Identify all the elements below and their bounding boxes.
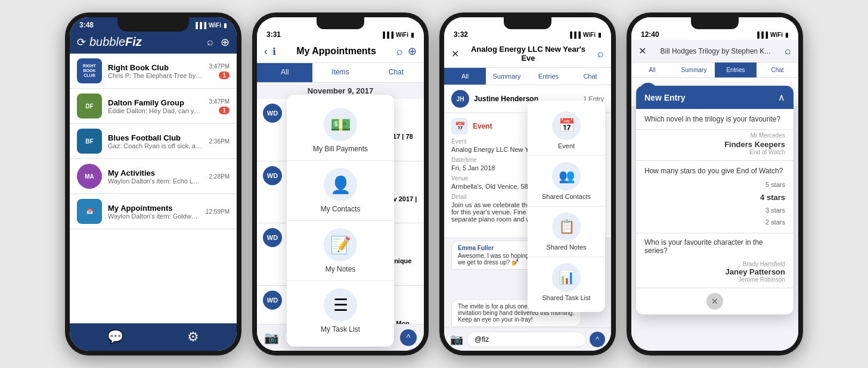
tab-all[interactable]: All — [257, 63, 312, 82]
chat-list: RIGHTBOOKCLUB Right Book Club Chris P: T… — [70, 54, 237, 323]
appointments-tabs: All Items Chat — [257, 63, 424, 83]
phone-3-footer: 📷 @fiz ^ — [444, 328, 611, 351]
user-avatar: JH — [451, 90, 469, 108]
chat-item-dalton-family[interactable]: DF Dalton Family Group Eddie Dalton: Hey… — [70, 89, 237, 124]
chat-name: My Appointments — [108, 204, 200, 213]
header-actions: ⌕ ⊕ — [207, 36, 230, 49]
battery-icon: ▮ — [785, 32, 789, 38]
chat-name: Dalton Family Group — [108, 98, 203, 107]
phone-2: 3:31 ▐▐▐ WiFi ▮ ‹ ℹ My Appointments ⌕ ⊕ — [252, 13, 429, 355]
chat-time: 3:47PM — [209, 98, 230, 105]
popup-contacts-label: My Contacts — [321, 205, 361, 213]
bill-payments-popup: 💵 My Bill Payments 👤 My Contacts 📝 My No… — [287, 95, 394, 347]
camera-icon[interactable]: 📷 — [450, 333, 463, 346]
send-button[interactable]: ^ — [400, 329, 417, 346]
my-appointments-avatar: 📅 — [77, 199, 102, 224]
chat-badge: 1 — [219, 71, 230, 79]
phone-4: 12:40 ▐▐▐ WiFi ▮ ✕ Bill Hodges Trilogy b… — [627, 13, 803, 355]
chat-preview: Gaz: Coach Ryan is off sick, and Coach J… — [108, 142, 203, 149]
chat-preview: Eddie Dalton: Hey Dad, can you drive Lex… — [108, 107, 203, 114]
camera-icon[interactable]: 📷 — [264, 330, 279, 345]
modal-header: New Entry ∧ — [636, 86, 793, 109]
popup-bill-payments-label: My Bill Payments — [313, 145, 368, 153]
phone-1-time: 3:48 — [79, 21, 94, 29]
p4-tab-all[interactable]: All — [631, 63, 673, 77]
chat-meta: 2:36PM — [209, 138, 230, 145]
chat-time: 12:59PM — [206, 208, 230, 215]
p4-tab-summary[interactable]: Summary — [673, 63, 715, 77]
popup-shared-contacts[interactable]: 👥 Shared Contacts — [528, 156, 605, 207]
bubblefiz-logo: ⟳ bubbleFiz — [77, 35, 142, 49]
p4-tabs: All Summary Entries Chat — [631, 63, 798, 78]
star-option-2[interactable]: 2 stars — [644, 216, 785, 228]
popup-shared-notes[interactable]: 📋 Shared Notes — [528, 207, 605, 257]
star-options: 5 stars 4 stars 3 stars 2 stars — [636, 179, 793, 233]
popup-shared-task-label: Shared Task List — [542, 294, 590, 301]
popup-my-contacts[interactable]: 👤 My Contacts — [287, 161, 394, 221]
phone-4-notch — [691, 17, 739, 29]
phone-1-screen: 3:48 ▐▐▐ WiFi ▮ ⟳ bubbleFiz ⌕ ⊕ — [70, 17, 237, 351]
chat-item-my-activities[interactable]: MA My Activities Waylon Dalton's item: E… — [70, 159, 237, 194]
add-icon[interactable]: ⊕ — [221, 36, 230, 49]
appointments-header: ‹ ℹ My Appointments ⌕ ⊕ — [257, 40, 424, 63]
tab-items[interactable]: Items — [312, 63, 368, 82]
popup-my-notes[interactable]: 📝 My Notes — [287, 221, 394, 281]
p4-header: ✕ Bill Hodges Trilogy by Stephen K... ⌕ — [631, 40, 798, 63]
search-icon[interactable]: ⌕ — [396, 45, 403, 58]
phone-3-status-icons: ▐▐▐ WiFi ▮ — [568, 32, 602, 38]
settings-footer-icon[interactable]: ⚙ — [187, 329, 199, 345]
tab-summary[interactable]: Summary — [486, 68, 528, 85]
chat-footer-icon[interactable]: 💬 — [107, 329, 123, 345]
appt-avatar-3: WD — [263, 228, 282, 247]
chat-item-blues-football[interactable]: BF Blues Football Club Gaz: Coach Ryan i… — [70, 124, 237, 159]
p4-tab-chat[interactable]: Chat — [757, 63, 798, 77]
search-icon[interactable]: ⌕ — [207, 36, 213, 49]
signal-icon: ▐▐▐ — [194, 22, 206, 29]
shared-items-popup: 📅 Event 👥 Shared Contacts 📋 Shared Notes… — [528, 101, 605, 312]
star-option-3[interactable]: 3 stars — [644, 204, 785, 216]
tab-all[interactable]: All — [444, 68, 486, 85]
tab-entries[interactable]: Entries — [528, 68, 569, 85]
modal-chevron[interactable]: ∧ — [778, 92, 785, 103]
event-type-label: Event — [473, 122, 492, 130]
message-input[interactable]: @fiz — [467, 332, 586, 347]
info-icon[interactable]: ℹ — [272, 46, 276, 57]
shared-task-icon: 📊 — [552, 263, 581, 292]
event-title: Analog Energy LLC New Year's Eve — [464, 45, 593, 63]
modal-question-2: How many stars do you give End of Watch? — [636, 161, 793, 179]
popup-shared-task-list[interactable]: 📊 Shared Task List — [528, 257, 605, 307]
wifi-icon: WiFi — [770, 32, 783, 38]
chat-item-right-book-club[interactable]: RIGHTBOOKCLUB Right Book Club Chris P: T… — [70, 54, 237, 89]
close-icon[interactable]: ✕ — [638, 45, 646, 57]
phone-1-footer: 💬 ⚙ — [70, 323, 237, 351]
modal-answer-1: Mr Mercedes Finders Keepers End of Watch — [636, 130, 793, 160]
close-icon[interactable]: ✕ — [451, 48, 459, 60]
add-icon[interactable]: ⊕ — [408, 45, 417, 58]
star-option-4[interactable]: 4 stars — [644, 191, 785, 204]
popup-shared-contacts-label: Shared Contacts — [542, 193, 591, 200]
send-button[interactable]: ^ — [590, 332, 605, 347]
blues-football-avatar: BF — [77, 129, 102, 154]
p4-tab-entries[interactable]: Entries — [715, 63, 757, 77]
popup-event[interactable]: 📅 Event — [528, 105, 605, 156]
star-option-5[interactable]: 5 stars — [644, 179, 785, 191]
phone-4-time: 12:40 — [641, 30, 659, 39]
chat-time: 2:36PM — [209, 138, 230, 145]
new-entry-modal: New Entry ∧ Which novel in the trilogy i… — [636, 86, 793, 314]
chat-item-my-appointments[interactable]: 📅 My Appointments Waylon Dalton's item: … — [70, 194, 237, 229]
search-icon[interactable]: ⌕ — [597, 48, 604, 60]
tab-chat[interactable]: Chat — [569, 68, 611, 85]
chat-meta: 12:59PM — [206, 208, 230, 215]
my-activities-content: My Activities Waylon Dalton's item: Echo… — [108, 169, 203, 185]
modal-close-button[interactable]: ✕ — [706, 293, 723, 310]
back-icon[interactable]: ‹ — [264, 45, 268, 58]
dalton-family-content: Dalton Family Group Eddie Dalton: Hey Da… — [108, 98, 203, 114]
popup-bill-payments[interactable]: 💵 My Bill Payments — [287, 101, 394, 161]
popup-task-list[interactable]: ☰ My Task List — [287, 281, 394, 341]
chat-meta: 2:28PM — [209, 173, 230, 180]
search-icon[interactable]: ⌕ — [785, 45, 791, 57]
tab-chat[interactable]: Chat — [368, 63, 424, 82]
p4-title: Bill Hodges Trilogy by Stephen K... — [649, 47, 782, 55]
event-popup-icon: 📅 — [552, 111, 581, 140]
right-book-club-avatar: RIGHTBOOKCLUB — [77, 58, 102, 83]
